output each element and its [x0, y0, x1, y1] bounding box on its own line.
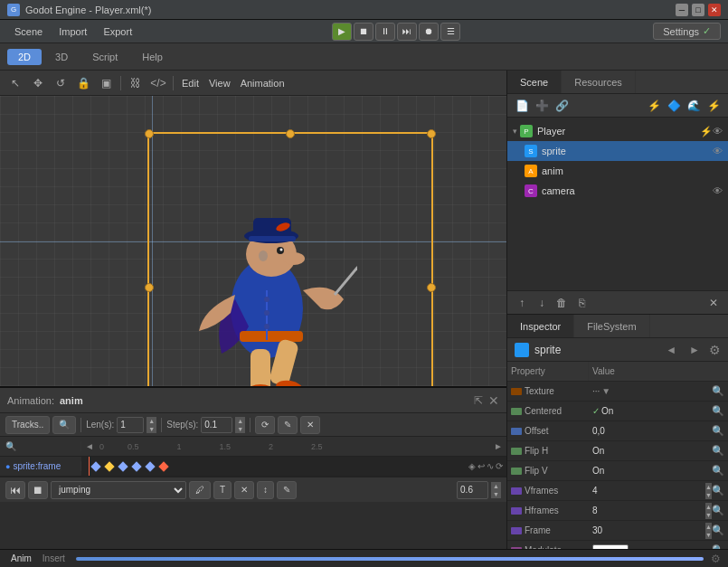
expand-arrow-player[interactable]: ▾: [513, 127, 517, 136]
play-back-button[interactable]: ⏮: [5, 481, 25, 499]
tree-item-camera[interactable]: C camera 👁: [507, 181, 728, 201]
menu-import[interactable]: Import: [52, 24, 94, 39]
fliph-lock-button[interactable]: 🔍: [712, 445, 724, 457]
len-up-button[interactable]: ▲: [147, 417, 156, 425]
speed-input[interactable]: [457, 481, 488, 499]
stop-anim-button[interactable]: ⏹: [28, 481, 48, 499]
frame-up[interactable]: ▲: [705, 523, 712, 531]
track-settings[interactable]: ◈: [468, 461, 476, 471]
settings-button[interactable]: Settings ✓: [653, 23, 721, 40]
keyframe-2[interactable]: [104, 461, 114, 471]
frame-down[interactable]: ▼: [705, 531, 712, 539]
speed-down[interactable]: ▼: [491, 490, 501, 498]
group-tool[interactable]: ▣: [96, 73, 116, 93]
playhead-right[interactable]: ►: [494, 441, 503, 451]
close-scene-button[interactable]: ✕: [704, 294, 723, 312]
search-icon[interactable]: 🔍: [5, 441, 16, 451]
texture-lock-button[interactable]: 🔍: [712, 385, 724, 397]
handle-top-right[interactable]: [427, 129, 436, 138]
animation-menu[interactable]: Animation: [237, 78, 288, 89]
camera-visibility-icon[interactable]: 👁: [713, 185, 723, 196]
pencil-anim-button[interactable]: ✎: [277, 481, 297, 499]
script-attach-button[interactable]: ⚡: [645, 97, 663, 115]
record-button[interactable]: ⏺: [419, 23, 439, 41]
loop-button[interactable]: ⟳: [255, 416, 275, 434]
filter-button[interactable]: 🔷: [665, 97, 683, 115]
tree-item-anim[interactable]: A anim: [507, 161, 728, 181]
playhead-left[interactable]: ◄: [85, 441, 94, 451]
player-visibility-icon[interactable]: 👁: [713, 126, 723, 137]
tab-inspector[interactable]: Inspector: [507, 315, 574, 337]
speed-up[interactable]: ▲: [491, 482, 501, 490]
new-node-button[interactable]: 📄: [513, 97, 531, 115]
rotate-tool[interactable]: ↺: [51, 73, 71, 93]
lock-tool[interactable]: 🔒: [73, 73, 93, 93]
group-selected-button[interactable]: 🌊: [685, 97, 703, 115]
inspector-gear-button[interactable]: ⚙: [709, 343, 721, 357]
anim-close-button[interactable]: ✕: [488, 393, 499, 408]
remove-track-button[interactable]: ✕: [300, 416, 320, 434]
view-menu[interactable]: View: [205, 78, 234, 89]
handle-top-center[interactable]: [286, 129, 295, 138]
move-up-button[interactable]: ↑: [513, 294, 531, 312]
pause-button[interactable]: ⏸: [375, 23, 395, 41]
keyframe-4[interactable]: [131, 461, 141, 471]
keyframe-6[interactable]: [158, 461, 168, 471]
sprite-visibility-icon[interactable]: 👁: [713, 146, 723, 156]
search-track-button[interactable]: 🔍: [52, 416, 76, 434]
animation-selector[interactable]: jumping: [51, 481, 186, 499]
instance-button[interactable]: 🔗: [553, 97, 571, 115]
status-tab-insert[interactable]: Insert: [39, 553, 69, 563]
text-anim-button[interactable]: T: [213, 481, 232, 499]
len-down-button[interactable]: ▼: [147, 425, 156, 433]
len-input[interactable]: [117, 417, 144, 433]
move-down-button[interactable]: ↓: [533, 294, 551, 312]
vframes-lock-button[interactable]: 🔍: [712, 485, 724, 496]
rename-anim-button[interactable]: 🖊: [189, 481, 211, 499]
status-tab-anim[interactable]: Anim: [7, 553, 35, 563]
vframes-down[interactable]: ▼: [705, 491, 712, 499]
hframes-up[interactable]: ▲: [705, 503, 712, 511]
tree-item-sprite[interactable]: S sprite 👁: [507, 141, 728, 161]
hframes-lock-button[interactable]: 🔍: [712, 505, 724, 516]
inspector-prev-button[interactable]: ◄: [662, 342, 680, 358]
duplicate-node-button[interactable]: ⎘: [572, 294, 591, 312]
keyframe-5[interactable]: [145, 461, 155, 471]
tab-scene[interactable]: Scene: [507, 71, 562, 93]
delete-node-button[interactable]: 🗑: [553, 294, 571, 312]
vframes-up[interactable]: ▲: [705, 483, 712, 491]
step-up-button[interactable]: ▲: [235, 417, 245, 425]
tracks-button[interactable]: Tracks..: [5, 416, 50, 434]
more-button[interactable]: ☰: [440, 23, 460, 41]
move-tool[interactable]: ✥: [28, 73, 48, 93]
frame-lock-button[interactable]: 🔍: [712, 524, 724, 536]
stop-button[interactable]: ⏹: [354, 23, 373, 41]
handle-mid-left[interactable]: [145, 283, 154, 292]
sort-anim-button[interactable]: ↕: [257, 481, 274, 499]
menu-scene[interactable]: Scene: [7, 24, 50, 39]
menu-export[interactable]: Export: [96, 24, 139, 39]
script-tool[interactable]: </>: [148, 73, 168, 93]
select-tool[interactable]: ↖: [5, 73, 25, 93]
track-wrap[interactable]: ↩: [477, 461, 485, 471]
tab-2d[interactable]: 2D: [7, 49, 42, 65]
more-options-button[interactable]: ⚡: [704, 97, 723, 115]
track-update[interactable]: ⟳: [496, 461, 503, 471]
pencil-button[interactable]: ✎: [278, 416, 298, 434]
handle-top-left[interactable]: [145, 129, 154, 138]
flipv-lock-button[interactable]: 🔍: [712, 465, 724, 477]
track-interp[interactable]: ∿: [487, 461, 494, 471]
tree-item-player[interactable]: ▾ P Player ⚡ 👁: [507, 121, 728, 141]
centered-lock-button[interactable]: 🔍: [712, 405, 724, 417]
viewport[interactable]: [0, 96, 506, 386]
anchor-tool[interactable]: ⛓: [126, 73, 146, 93]
hframes-down[interactable]: ▼: [705, 511, 712, 519]
tab-filesystem[interactable]: FileSystem: [574, 315, 649, 337]
tab-3d[interactable]: 3D: [44, 49, 79, 65]
keyframe-3[interactable]: [118, 461, 128, 471]
inspector-next-button[interactable]: ►: [685, 342, 704, 358]
tab-script[interactable]: Script: [81, 49, 128, 65]
play-button[interactable]: ▶: [332, 23, 352, 41]
keyframe-1[interactable]: [90, 461, 100, 471]
step-button[interactable]: ⏭: [397, 23, 417, 41]
